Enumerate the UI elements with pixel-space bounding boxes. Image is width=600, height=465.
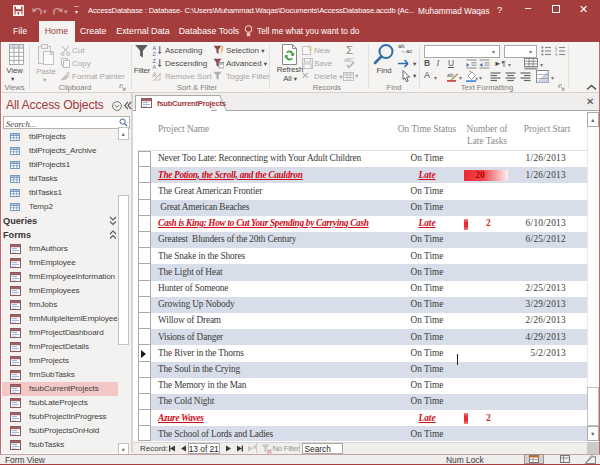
svg-text:A: A	[152, 71, 157, 78]
svg-text:A: A	[153, 64, 157, 69]
svg-text:ABC: ABC	[344, 58, 354, 63]
svg-text:Z: Z	[153, 51, 157, 56]
svg-text:3: 3	[555, 53, 557, 56]
